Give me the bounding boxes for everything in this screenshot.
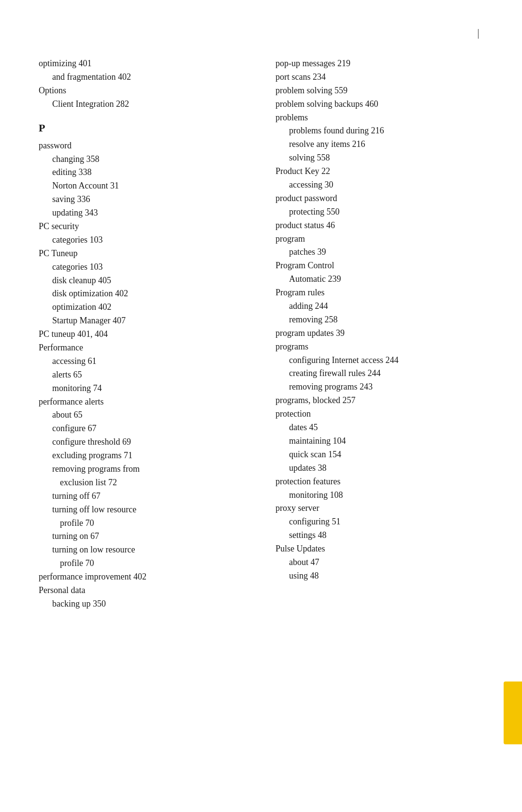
header-divider xyxy=(478,29,478,39)
index-entry: Automatic 239 xyxy=(276,273,483,286)
index-entry: creating firewall rules 244 xyxy=(276,367,483,380)
index-entry: problem solving backups 460 xyxy=(276,98,483,111)
index-entry: accessing 30 xyxy=(276,178,483,192)
index-entry: configure 67 xyxy=(39,422,246,435)
index-entry: resolve any items 216 xyxy=(276,138,483,151)
index-entry: proxy server xyxy=(276,502,483,515)
index-entry: performance alerts xyxy=(39,395,246,409)
index-entry: Options xyxy=(39,84,246,98)
index-entry: optimization 402 xyxy=(39,301,246,314)
index-entry: Program Control xyxy=(276,259,483,273)
index-entry: configuring 51 xyxy=(276,515,483,529)
index-entry: dates 45 xyxy=(276,421,483,435)
index-entry: removing programs 243 xyxy=(276,380,483,394)
index-entry: turning off low resource xyxy=(39,503,246,517)
index-entry: and fragmentation 402 xyxy=(39,71,246,84)
index-entry: about 65 xyxy=(39,408,246,422)
index-entry: exclusion list 72 xyxy=(39,476,246,490)
index-entry: adding 244 xyxy=(276,300,483,313)
index-entry: PC security xyxy=(39,220,246,233)
index-entry: disk cleanup 405 xyxy=(39,274,246,288)
index-entry: PC Tuneup xyxy=(39,247,246,261)
index-entry: monitoring 74 xyxy=(39,382,246,395)
index-entry: using 48 xyxy=(276,569,483,583)
index-entry: Personal data xyxy=(39,584,246,597)
index-entry: P xyxy=(39,120,246,136)
index-entry: maintaining 104 xyxy=(276,435,483,448)
index-entry: categories 103 xyxy=(39,233,246,247)
index-entry: protection xyxy=(276,407,483,421)
index-entry: profile 70 xyxy=(39,557,246,570)
index-entry: Product Key 22 xyxy=(276,165,483,178)
page: optimizing 401and fragmentation 402Optio… xyxy=(0,0,522,812)
index-entry: programs xyxy=(276,340,483,354)
index-entry: removing 258 xyxy=(276,313,483,327)
index-entry: backing up 350 xyxy=(39,597,246,611)
right-column: pop-up messages 219port scans 234problem… xyxy=(276,57,483,611)
index-entry: saving 336 xyxy=(39,193,246,206)
index-entry: removing programs from xyxy=(39,463,246,476)
index-entry: protection features xyxy=(276,475,483,489)
index-entry: solving 558 xyxy=(276,151,483,165)
index-entry: Program rules xyxy=(276,286,483,300)
index-entry: quick scan 154 xyxy=(276,448,483,462)
index-entry: disk optimization 402 xyxy=(39,287,246,301)
index-entry: Pulse Updates xyxy=(276,542,483,556)
index-entry: settings 48 xyxy=(276,529,483,542)
index-entry: programs, blocked 257 xyxy=(276,394,483,407)
index-entry: Startup Manager 407 xyxy=(39,314,246,328)
index-entry: monitoring 108 xyxy=(276,489,483,502)
index-entry: configuring Internet access 244 xyxy=(276,354,483,367)
index-entry: problems found during 216 xyxy=(276,124,483,138)
index-entry: turning on 67 xyxy=(39,530,246,543)
index-entry: optimizing 401 xyxy=(39,57,246,71)
index-entry: Client Integration 282 xyxy=(39,98,246,111)
index-entry: turning on low resource xyxy=(39,543,246,557)
index-entry: alerts 65 xyxy=(39,368,246,382)
index-entry: configure threshold 69 xyxy=(39,435,246,449)
index-entry: accessing 61 xyxy=(39,355,246,368)
index-entry: PC tuneup 401, 404 xyxy=(39,328,246,341)
index-entry: changing 358 xyxy=(39,153,246,166)
index-entry: product status 46 xyxy=(276,219,483,232)
index-entry: patches 39 xyxy=(276,246,483,259)
index-entry: problem solving 559 xyxy=(276,84,483,98)
index-entry: problems xyxy=(276,111,483,125)
index-content: optimizing 401and fragmentation 402Optio… xyxy=(39,57,483,611)
index-entry: profile 70 xyxy=(39,517,246,530)
index-entry: protecting 550 xyxy=(276,205,483,219)
index-entry: performance improvement 402 xyxy=(39,570,246,584)
index-entry: updates 38 xyxy=(276,462,483,475)
index-entry: port scans 234 xyxy=(276,71,483,84)
index-entry: categories 103 xyxy=(39,261,246,274)
index-entry: Norton Account 31 xyxy=(39,179,246,193)
index-entry: turning off 67 xyxy=(39,490,246,503)
index-entry: Performance xyxy=(39,341,246,355)
index-entry: about 47 xyxy=(276,556,483,569)
left-column: optimizing 401and fragmentation 402Optio… xyxy=(39,57,246,611)
index-entry: pop-up messages 219 xyxy=(276,57,483,71)
index-entry: program xyxy=(276,232,483,246)
index-entry: program updates 39 xyxy=(276,327,483,340)
index-entry: password xyxy=(39,139,246,153)
index-entry: product password xyxy=(276,192,483,205)
page-header xyxy=(39,29,483,43)
index-entry: editing 338 xyxy=(39,166,246,179)
yellow-tab xyxy=(504,682,522,744)
index-entry: excluding programs 71 xyxy=(39,449,246,463)
index-entry: updating 343 xyxy=(39,206,246,220)
